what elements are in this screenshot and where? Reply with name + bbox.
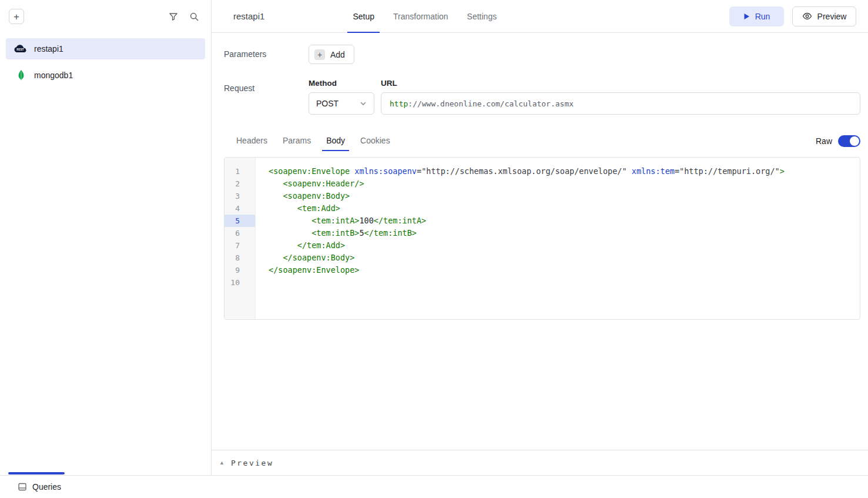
tab-headers[interactable]: Headers <box>232 131 272 151</box>
parameters-row: Parameters + Add <box>224 45 860 64</box>
sidebar-toolbar-icons <box>169 12 199 22</box>
play-icon <box>743 13 750 20</box>
run-button[interactable]: Run <box>729 6 784 26</box>
filter-icon[interactable] <box>169 12 178 21</box>
queries-tab[interactable]: Queries <box>18 482 61 492</box>
method-select[interactable]: POST <box>309 92 374 115</box>
chevron-down-icon <box>360 100 367 107</box>
code-line: <soapenv:Envelope xmlns:soapenv="http://… <box>269 165 860 178</box>
body-tabs: HeadersParamsBodyCookies <box>229 131 398 151</box>
header-actions: Run Preview <box>729 6 856 26</box>
gutter-line-number: 5 <box>224 215 255 227</box>
toggle-knob <box>850 136 859 146</box>
url-input[interactable]: http://www.dneonline.com/calculator.asmx <box>381 92 860 115</box>
raw-label: Raw <box>816 136 832 146</box>
preview-panel-label: Preview <box>231 459 273 467</box>
gutter-line-number: 9 <box>224 264 255 276</box>
gutter-line-number: 3 <box>224 190 255 202</box>
editor-code-area[interactable]: <soapenv:Envelope xmlns:soapenv="http://… <box>256 158 860 319</box>
editor-gutter: 12345678910 <box>224 158 256 319</box>
method-field: Method POST <box>309 79 374 115</box>
tab-body[interactable]: Body <box>322 131 349 151</box>
code-line <box>269 276 860 289</box>
gutter-line-number: 2 <box>224 178 255 190</box>
raw-toggle-wrap: Raw <box>816 135 860 151</box>
tab-settings[interactable]: Settings <box>462 0 502 33</box>
gutter-line-number: 1 <box>224 165 255 178</box>
sidebar-item-label: mongodb1 <box>34 71 73 80</box>
preview-panel-toggle[interactable]: ▲ Preview <box>212 450 868 475</box>
code-line: <tem:intB>5</tem:intB> <box>269 227 860 239</box>
query-list: RESTrestapi1mongodb1 <box>0 33 211 91</box>
top-tabs: SetupTransformationSettings <box>343 0 506 33</box>
sidebar-toolbar: + <box>0 0 211 33</box>
request-row: Request Method POST URL http://www.dneon… <box>224 79 860 115</box>
gutter-line-number: 7 <box>224 239 255 252</box>
sidebar-item-restapi1[interactable]: RESTrestapi1 <box>6 38 205 59</box>
body-tabs-row: HeadersParamsBodyCookies Raw <box>224 131 860 151</box>
plus-icon: + <box>314 49 325 60</box>
setup-form: Parameters + Add Request Method POST <box>212 33 868 320</box>
sidebar-item-label: restapi1 <box>34 44 63 54</box>
preview-button-label: Preview <box>817 12 847 21</box>
tab-cookies[interactable]: Cookies <box>356 131 394 151</box>
mongodb-icon <box>13 70 29 81</box>
rest-api-icon: REST <box>13 44 29 54</box>
page-title: restapi1 <box>233 11 264 21</box>
code-line: <tem:intA>100</tem:intA> <box>269 215 860 227</box>
queries-tab-label: Queries <box>32 482 61 492</box>
url-label: URL <box>381 79 860 88</box>
code-line: </soapenv:Body> <box>269 252 860 264</box>
queries-icon <box>18 482 27 492</box>
svg-text:REST: REST <box>16 48 24 51</box>
url-field: URL http://www.dneonline.com/calculator.… <box>381 79 860 115</box>
gutter-line-number: 10 <box>224 276 255 289</box>
bottom-bar: Queries <box>0 475 868 498</box>
active-tab-indicator <box>8 472 65 474</box>
tab-setup[interactable]: Setup <box>347 0 380 33</box>
gutter-line-number: 8 <box>224 252 255 264</box>
run-button-label: Run <box>755 12 770 21</box>
gutter-line-number: 4 <box>224 202 255 215</box>
method-value: POST <box>316 99 339 108</box>
add-parameter-button[interactable]: + Add <box>309 45 354 64</box>
request-label: Request <box>224 79 309 115</box>
url-rest: ://www.dneonline.com/calculator.asmx <box>408 99 574 108</box>
preview-button[interactable]: Preview <box>792 6 856 26</box>
tab-params[interactable]: Params <box>279 131 315 151</box>
raw-toggle[interactable] <box>838 135 860 147</box>
gutter-line-number: 6 <box>224 227 255 239</box>
code-line: </tem:Add> <box>269 239 860 252</box>
code-editor: 12345678910 <soapenv:Envelope xmlns:soap… <box>224 157 860 320</box>
sidebar: + RESTrestapi1mongodb1 <box>0 0 212 475</box>
sidebar-item-mongodb1[interactable]: mongodb1 <box>6 65 205 86</box>
tab-transformation[interactable]: Transformation <box>388 0 454 33</box>
search-icon[interactable] <box>189 12 199 22</box>
app: + RESTrestapi1mongodb1 restapi1 SetupTra… <box>0 0 868 475</box>
query-header: restapi1 SetupTransformationSettings Run… <box>212 0 868 33</box>
add-query-button[interactable]: + <box>9 9 24 24</box>
add-parameter-label: Add <box>330 50 345 59</box>
code-line: <soapenv:Header/> <box>269 178 860 190</box>
eye-icon <box>802 11 812 21</box>
main-panel: restapi1 SetupTransformationSettings Run… <box>212 0 868 475</box>
method-label: Method <box>309 79 374 88</box>
url-scheme: http <box>390 99 408 108</box>
collapse-up-icon: ▲ <box>219 460 224 466</box>
parameters-label: Parameters <box>224 45 309 64</box>
code-line: <tem:Add> <box>269 202 860 215</box>
code-line: </soapenv:Envelope> <box>269 264 860 276</box>
code-line: <soapenv:Body> <box>269 190 860 202</box>
